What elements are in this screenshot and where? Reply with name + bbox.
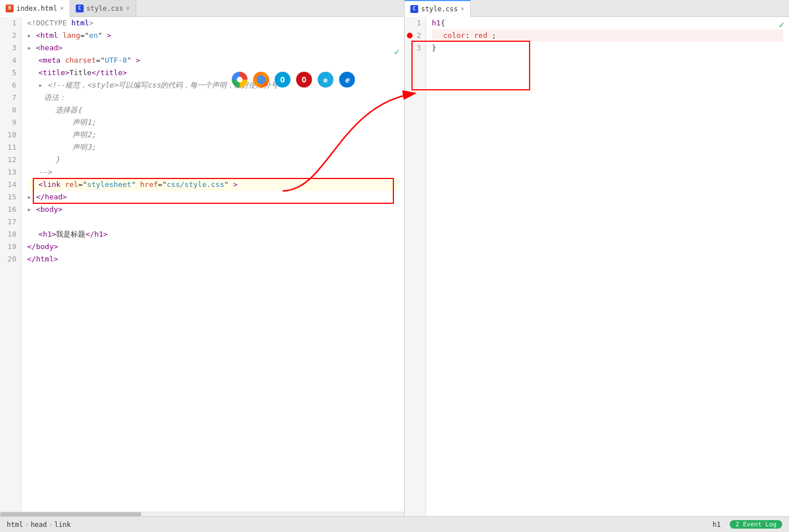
- code-left[interactable]: <!DOCTYPE html> ▸ <html lang="en" > ▸ <h…: [21, 17, 404, 512]
- code-line-2: ▸ <html lang="en" >: [27, 29, 398, 42]
- close-icon[interactable]: ×: [60, 5, 64, 12]
- firefox-icon: [253, 72, 269, 88]
- css-line-3: }: [432, 42, 783, 54]
- tab-style-css-left[interactable]: C style.css ×: [70, 0, 136, 16]
- opera-icon: O: [296, 72, 312, 88]
- tab-label: style.css: [421, 5, 458, 13]
- chrome-icon: [232, 72, 248, 88]
- css-icon-right: C: [410, 5, 418, 13]
- opera-old-icon: O: [275, 72, 291, 88]
- css-line-2: color: red ;: [432, 29, 783, 42]
- event-log-badge[interactable]: 2 Event Log: [730, 520, 782, 529]
- ie-icon: e: [318, 72, 333, 88]
- close-icon[interactable]: ×: [461, 5, 465, 12]
- breadcrumb-sep-1: ›: [25, 521, 29, 529]
- code-line-9: 声明1;: [27, 116, 398, 129]
- code-line-7: 语法：: [27, 91, 398, 104]
- edge-icon: e: [339, 72, 355, 88]
- right-editor: ✓ 1 2 3 h1{: [405, 17, 789, 516]
- left-editor: O O e e ✓ 1 2 3 4 5: [0, 17, 405, 516]
- code-line-18: <h1>我是标题</h1>: [27, 228, 398, 241]
- check-mark-left: ✓: [394, 46, 400, 57]
- close-icon[interactable]: ×: [126, 5, 130, 12]
- code-line-15: ▸ </head>: [27, 191, 398, 203]
- css-icon: C: [76, 5, 84, 12]
- code-line-1: <!DOCTYPE html>: [27, 17, 398, 29]
- breadcrumb-link: link: [54, 521, 71, 529]
- error-dot-line2: [407, 33, 413, 38]
- css-line-1: h1{: [432, 17, 783, 29]
- tab-style-css-right[interactable]: C style.css ×: [405, 0, 471, 17]
- status-bar: html › head › link h1 2 Event Log: [0, 516, 789, 532]
- tab-label: style.css: [86, 5, 123, 12]
- code-line-13: -->: [27, 166, 398, 178]
- code-line-8: 选择器{: [27, 104, 398, 116]
- code-line-17: [27, 216, 398, 228]
- breadcrumb-html: html: [7, 521, 23, 529]
- line-numbers-right: 1 2 3: [405, 17, 426, 516]
- browser-icons-row: O O e e: [232, 72, 355, 88]
- scrollbar-left[interactable]: [0, 512, 404, 516]
- code-line-12: }: [27, 154, 398, 166]
- code-line-3: ▸ <head>: [27, 42, 398, 54]
- code-right[interactable]: h1{ color: red ; }: [426, 17, 789, 516]
- check-mark-right: ✓: [779, 19, 784, 30]
- code-line-14: <link rel="stylesheet" href="css/style.c…: [27, 178, 398, 191]
- code-line-4: <meta charset="UTF-8" >: [27, 54, 398, 67]
- html-icon: H: [6, 5, 14, 12]
- tab-label: index.html: [16, 5, 57, 12]
- code-line-20: </html>: [27, 253, 398, 265]
- breadcrumb-head: head: [31, 521, 47, 529]
- code-line-11: 声明3;: [27, 141, 398, 154]
- breadcrumb-sep-2: ›: [49, 521, 53, 529]
- line-numbers-left: 1 2 3 4 5 6 7 8 9 10 11 12 13 14 15 16 1: [0, 17, 21, 512]
- right-breadcrumb-h1: h1: [713, 521, 721, 529]
- code-line-16: ▸ <body>: [27, 203, 398, 216]
- tab-index-html[interactable]: H index.html ×: [0, 0, 70, 17]
- code-line-19: </body>: [27, 241, 398, 253]
- code-line-10: 声明2;: [27, 129, 398, 141]
